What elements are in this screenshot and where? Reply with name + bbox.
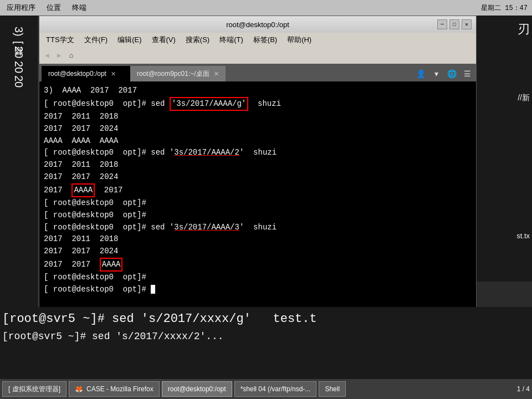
- menu-terminal[interactable]: 终端(T): [215, 34, 248, 46]
- menu-view[interactable]: 查看(V): [147, 34, 180, 46]
- taskbar-shell04-label: *shell 04 (/var/ftp/nsd-...: [241, 385, 311, 393]
- menu-icon[interactable]: ☰: [461, 67, 474, 80]
- terminal-line-3: 2017 2011 2018: [44, 111, 472, 123]
- datetime-label: 星期二 15：47: [481, 3, 528, 13]
- system-bar: 应用程序 位置 终端 星期二 15：47: [0, 0, 532, 16]
- maximize-button[interactable]: □: [449, 19, 459, 29]
- terminal-line-7: 2017 2011 2018: [44, 159, 472, 171]
- taskbar-firefox[interactable]: 🦊 CASE - Mozilla Firefox: [69, 381, 160, 397]
- taskbar: [ 虚拟系统管理器] 🦊 CASE - Mozilla Firefox root…: [0, 379, 532, 399]
- right-text-3: st.tx: [516, 232, 530, 240]
- nav-bar: ◀ ▶ ⌂: [39, 47, 476, 64]
- terminal-line-10: [ root@desktop0 opt]#: [44, 197, 472, 209]
- app-menu[interactable]: 应用程序: [4, 2, 38, 14]
- main-window: root@desktop0:/opt ─ □ ✕ TTS学文 文件(F) 编辑(…: [39, 16, 477, 337]
- tab-bar: root@desktop0:/opt ✕ root@room9pc01:~/桌面…: [39, 64, 476, 81]
- system-datetime: 星期二 15：47: [481, 3, 528, 13]
- terminal-line-13: 2017 2011 2018: [44, 233, 472, 245]
- terminal-menu[interactable]: 终端: [70, 2, 89, 14]
- terminal-line-16: [ root@desktop0 opt]#: [44, 272, 472, 284]
- terminal-line-6: [ root@desktop0 opt]# sed '3s/2017/AAAA/…: [44, 147, 472, 159]
- terminal-line-4: 2017 2017 2024: [44, 123, 472, 135]
- location-menu[interactable]: 位置: [44, 2, 63, 14]
- right-text-1: 刃: [518, 21, 530, 38]
- terminal-line-8: 2017 2017 2024: [44, 171, 472, 183]
- terminal-content[interactable]: 3) AAAA 2017 2017 [ root@desktop0 opt]# …: [39, 81, 476, 336]
- taskbar-shell[interactable]: Shell: [319, 381, 346, 397]
- minimize-button[interactable]: ─: [437, 19, 447, 29]
- close-button[interactable]: ✕: [462, 19, 472, 29]
- tab-desktop0[interactable]: root@desktop0:/opt ✕: [42, 66, 130, 81]
- taskbar-terminal-label: root@desktop0:/opt: [168, 385, 226, 393]
- right-text-2: //新: [518, 93, 530, 103]
- terminal-line-12: [ root@desktop0 opt]# sed '3s/2017/AAAA/…: [44, 222, 472, 234]
- cursor: [151, 285, 155, 294]
- tab1-close[interactable]: ✕: [111, 70, 116, 78]
- window-title: root@desktop0:/opt: [226, 21, 289, 29]
- tab-room9pc01[interactable]: root@room9pc01:~/桌面 ✕: [130, 66, 226, 81]
- tab-bar-icons: 👤 ▾ 🌐 ☰: [414, 67, 474, 81]
- menu-file[interactable]: 文件(F): [80, 34, 112, 46]
- taskbar-shell-label: Shell: [325, 385, 340, 393]
- terminal-line-11: [ root@desktop0 opt]#: [44, 209, 472, 222]
- firefox-icon: 🦊: [75, 385, 83, 393]
- forward-button[interactable]: ▶: [55, 50, 64, 61]
- back-button[interactable]: ◀: [43, 50, 52, 61]
- terminal-line-9: 2017 AAAA 2017: [44, 183, 472, 198]
- network-icon[interactable]: 🌐: [445, 67, 458, 80]
- bottom-line-2: [root@svr5 ~]# sed 's/2017/xxxx/2'...: [0, 329, 532, 345]
- dropdown-icon[interactable]: ▾: [429, 67, 443, 80]
- terminal-line-14: 2017 2017 2024: [44, 245, 472, 258]
- tab2-close[interactable]: ✕: [214, 70, 219, 78]
- menu-edit[interactable]: 编辑(E): [113, 34, 146, 46]
- tab1-label: root@desktop0:/opt: [48, 70, 106, 78]
- bottom-line-1: [root@svr5 ~]# sed 's/2017/xxxx/g' test.…: [0, 309, 532, 329]
- bottom-overlay: [root@svr5 ~]# sed 's/2017/xxxx/g' test.…: [0, 307, 532, 379]
- taskbar-firefox-label: CASE - Mozilla Firefox: [86, 385, 154, 393]
- right-overlay: 刃 //新 st.tx: [477, 16, 532, 282]
- taskbar-vm-label: [ 虚拟系统管理器]: [8, 385, 60, 394]
- home-button[interactable]: ⌂: [67, 50, 76, 61]
- left-char-4: 20: [12, 46, 25, 58]
- terminal-line-17: [ root@desktop0 opt]#: [44, 284, 472, 296]
- menu-help[interactable]: 帮助(H): [283, 34, 316, 46]
- terminal-line-5: AAAA AAAA AAAA: [44, 135, 472, 147]
- title-bar: root@desktop0:/opt ─ □ ✕: [39, 16, 476, 33]
- window-controls: ─ □ ✕: [437, 19, 472, 29]
- taskbar-terminal[interactable]: root@desktop0:/opt: [162, 381, 232, 397]
- menu-tabs[interactable]: 标签(B): [249, 34, 282, 46]
- terminal-line-1: 3) AAAA 2017 2017: [44, 85, 472, 97]
- taskbar-shell04[interactable]: *shell 04 (/var/ftp/nsd-...: [234, 381, 317, 397]
- menu-bar: TTS学文 文件(F) 编辑(E) 查看(V) 搜索(S) 终端(T) 标签(B…: [39, 33, 476, 47]
- taskbar-vm-manager[interactable]: [ 虚拟系统管理器]: [2, 381, 66, 397]
- left-char-6: 20: [12, 75, 25, 88]
- menu-tts[interactable]: TTS学文: [42, 34, 79, 46]
- tab2-label: root@room9pc01:~/桌面: [137, 69, 209, 79]
- terminal-line-2: [ root@desktop0 opt]# sed '3s/2017/AAAA/…: [44, 97, 472, 111]
- left-char-5: 20: [12, 61, 25, 73]
- left-char-3: [: [12, 41, 25, 44]
- profile-icon[interactable]: 👤: [414, 67, 427, 80]
- left-char-1: 3): [12, 27, 25, 37]
- left-overlay: 3) 容 [ 20 20 20: [0, 16, 38, 342]
- menu-search[interactable]: 搜索(S): [181, 34, 214, 46]
- page-indicator: 1 / 4: [517, 385, 530, 393]
- terminal-line-15: 2017 2017 AAAA: [44, 258, 472, 272]
